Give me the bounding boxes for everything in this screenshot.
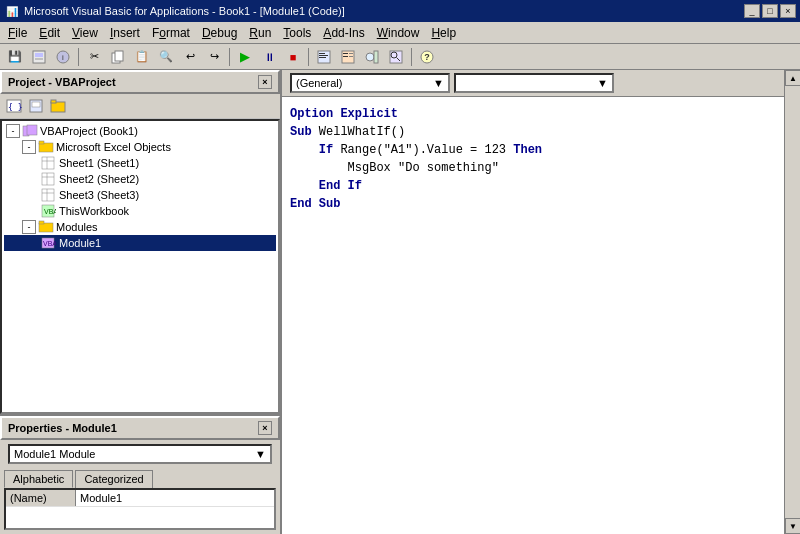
menu-help[interactable]: Help xyxy=(425,24,462,42)
tree-excel-objects[interactable]: - Microsoft Excel Objects xyxy=(4,139,276,155)
code-context-arrow[interactable]: ▼ xyxy=(433,77,444,89)
expand-modules[interactable]: - xyxy=(22,220,36,234)
properties-dropdown-value: Module1 Module xyxy=(14,448,95,460)
svg-rect-6 xyxy=(115,51,123,61)
svg-rect-44 xyxy=(39,223,53,232)
menu-run[interactable]: Run xyxy=(243,24,277,42)
code-line-5: If Range("A1").Value = 123 Then xyxy=(290,141,776,159)
properties-table: (Name) Module1 xyxy=(4,488,276,530)
toolbar: 💾 i ✂ 📋 🔍 ↩ ↪ ▶ ⏸ ■ ? xyxy=(0,44,800,70)
toolbar-redo[interactable]: ↪ xyxy=(203,46,225,68)
svg-rect-13 xyxy=(349,53,353,54)
project-panel-close[interactable]: × xyxy=(258,75,272,89)
code-proc-arrow[interactable]: ▼ xyxy=(597,77,608,89)
expand-vbaproject[interactable]: - xyxy=(6,124,20,138)
svg-rect-10 xyxy=(319,57,326,58)
toolbar-stop[interactable]: ■ xyxy=(282,46,304,68)
properties-dropdown[interactable]: Module1 Module ▼ xyxy=(8,444,272,464)
maximize-button[interactable]: □ xyxy=(762,4,778,18)
svg-rect-8 xyxy=(319,53,325,54)
properties-panel-header: Properties - Module1 × xyxy=(0,416,280,440)
props-key-name: (Name) xyxy=(6,490,76,506)
toolbar-undo[interactable]: ↩ xyxy=(179,46,201,68)
toolbar-paste[interactable]: 📋 xyxy=(131,46,153,68)
tree-sheet3-label: Sheet3 (Sheet3) xyxy=(59,189,139,201)
tree-sheet1-label: Sheet1 (Sheet1) xyxy=(59,157,139,169)
menu-debug[interactable]: Debug xyxy=(196,24,243,42)
toolbar-pause[interactable]: ⏸ xyxy=(258,46,280,68)
menu-view[interactable]: View xyxy=(66,24,104,42)
code-line-9: End Sub xyxy=(290,195,776,213)
code-context-dropdown[interactable]: (General) ▼ xyxy=(290,73,450,93)
menu-addins[interactable]: Add-Ins xyxy=(317,24,370,42)
svg-text:VBA: VBA xyxy=(44,208,56,215)
tree-modules[interactable]: - Modules xyxy=(4,219,276,235)
tree-module1-label: Module1 xyxy=(59,237,101,249)
tree-module1[interactable]: VBA Module1 xyxy=(4,235,276,251)
project-tree: - VBAProject (Book1) - Microsoft Excel O… xyxy=(0,119,280,414)
properties-panel-close[interactable]: × xyxy=(258,421,272,435)
svg-text:i: i xyxy=(62,53,64,62)
dropdown-arrow-icon[interactable]: ▼ xyxy=(255,448,266,460)
menu-tools[interactable]: Tools xyxy=(277,24,317,42)
expand-excel-objects[interactable]: - xyxy=(22,140,36,154)
tree-thisworkbook-label: ThisWorkbook xyxy=(59,205,129,217)
svg-rect-15 xyxy=(349,56,353,57)
proj-view-code[interactable]: { } xyxy=(4,96,24,116)
scroll-down-btn[interactable]: ▼ xyxy=(785,518,800,534)
tree-sheet2[interactable]: Sheet2 (Sheet2) xyxy=(4,171,276,187)
menu-bar: File Edit View Insert Format Debug Run T… xyxy=(0,22,800,44)
tree-thisworkbook[interactable]: VBA ThisWorkbook xyxy=(4,203,276,219)
toolbar-objectbrowser[interactable] xyxy=(361,46,383,68)
toolbar-project[interactable] xyxy=(313,46,335,68)
code-panel: (General) ▼ ▼ Option Explicit Sub WellWh… xyxy=(282,70,784,534)
toolbar-btn-2[interactable] xyxy=(28,46,50,68)
tree-vbaproject[interactable]: - VBAProject (Book1) xyxy=(4,123,276,139)
code-proc-dropdown[interactable]: ▼ xyxy=(454,73,614,93)
toolbar-find2[interactable] xyxy=(385,46,407,68)
svg-rect-1 xyxy=(35,53,43,57)
toolbar-help[interactable]: ? xyxy=(416,46,438,68)
menu-window[interactable]: Window xyxy=(371,24,426,42)
tree-sheet3[interactable]: Sheet3 (Sheet3) xyxy=(4,187,276,203)
svg-text:{ }: { } xyxy=(8,103,22,112)
proj-view-designer[interactable] xyxy=(26,96,46,116)
menu-insert[interactable]: Insert xyxy=(104,24,146,42)
svg-rect-39 xyxy=(42,189,54,201)
toolbar-btn-1[interactable]: 💾 xyxy=(4,46,26,68)
minimize-button[interactable]: _ xyxy=(744,4,760,18)
toolbar-copy[interactable] xyxy=(107,46,129,68)
toolbar-cut[interactable]: ✂ xyxy=(83,46,105,68)
proj-toggle-folders[interactable] xyxy=(48,96,68,116)
svg-rect-31 xyxy=(39,143,53,152)
props-tab-alphabetic[interactable]: Alphabetic xyxy=(4,470,73,488)
code-area[interactable]: Option Explicit Sub WellWhatIf() If Rang… xyxy=(282,97,784,534)
toolbar-run[interactable]: ▶ xyxy=(234,46,256,68)
svg-rect-2 xyxy=(35,58,43,60)
svg-rect-30 xyxy=(27,125,37,135)
toolbar-sep-4 xyxy=(411,48,412,66)
project-panel: Project - VBAProject × { } - xyxy=(0,70,280,414)
svg-rect-32 xyxy=(39,141,44,144)
left-panel: Project - VBAProject × { } - xyxy=(0,70,282,534)
menu-format[interactable]: Format xyxy=(146,24,196,42)
menu-file[interactable]: File xyxy=(2,24,33,42)
toolbar-sep-2 xyxy=(229,48,230,66)
toolbar-btn-3[interactable]: i xyxy=(52,46,74,68)
toolbar-properties[interactable] xyxy=(337,46,359,68)
svg-text:VBA: VBA xyxy=(43,240,56,247)
toolbar-find[interactable]: 🔍 xyxy=(155,46,177,68)
scroll-up-btn[interactable]: ▲ xyxy=(785,70,800,86)
tree-modules-label: Modules xyxy=(56,221,98,233)
project-toolbar: { } xyxy=(0,94,280,119)
props-tab-categorized[interactable]: Categorized xyxy=(75,470,152,488)
close-button[interactable]: × xyxy=(780,4,796,18)
svg-rect-9 xyxy=(319,55,328,56)
tree-sheet1[interactable]: Sheet1 (Sheet1) xyxy=(4,155,276,171)
props-val-name[interactable]: Module1 xyxy=(76,490,126,506)
code-line-6: MsgBox "Do something" xyxy=(290,159,776,177)
code-vscrollbar[interactable]: ▲ ▼ xyxy=(784,70,800,534)
svg-rect-45 xyxy=(39,221,44,224)
menu-edit[interactable]: Edit xyxy=(33,24,66,42)
code-line-7: End If xyxy=(290,177,776,195)
